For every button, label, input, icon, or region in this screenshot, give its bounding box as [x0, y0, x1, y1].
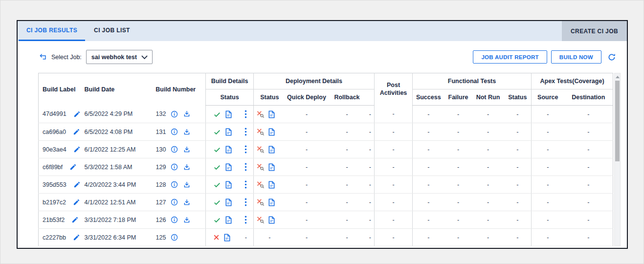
- build-info-icon[interactable]: [171, 181, 178, 188]
- build-log-icon[interactable]: [225, 110, 232, 118]
- tests-status-cell: -: [504, 211, 532, 229]
- tests-failure-cell: -: [444, 211, 472, 229]
- build-number-cell: 130: [146, 141, 206, 158]
- build-number: 127: [156, 199, 166, 206]
- col-not-run: Not Run: [472, 89, 504, 106]
- build-actions-menu-icon[interactable]: [244, 145, 247, 154]
- deploy-status-cell: [254, 194, 286, 211]
- edit-label-icon[interactable]: [71, 216, 79, 223]
- build-actions-menu-icon[interactable]: [244, 198, 247, 206]
- tests-failure-cell: -: [444, 229, 472, 246]
- deploy-log-icon[interactable]: [268, 198, 275, 206]
- edit-label-icon[interactable]: [73, 146, 81, 153]
- deploy-validate-failed-icon: [256, 216, 265, 224]
- col-quick-deploy: Quick Deploy: [286, 89, 328, 106]
- build-row: ca696a06/5/2022 4:08 PM131----------: [39, 123, 613, 141]
- results-table-zone: Build Label Build Date Build Number Buil…: [38, 73, 627, 246]
- download-build-icon[interactable]: [183, 146, 191, 154]
- download-build-icon[interactable]: [183, 163, 191, 171]
- colgroup-apex-tests: Apex Tests(Coverage): [532, 73, 613, 89]
- download-build-icon[interactable]: [183, 110, 191, 118]
- build-info-icon[interactable]: [171, 163, 178, 171]
- tests-failure-cell: -: [444, 123, 472, 141]
- build-info-icon[interactable]: [171, 128, 178, 135]
- build-row: 21b53f23/31/2022 7:18 PM126----------: [39, 211, 613, 229]
- edit-label-icon[interactable]: [73, 234, 80, 241]
- build-actions-menu-icon[interactable]: [244, 163, 247, 171]
- tests-not-run-cell: -: [472, 123, 504, 141]
- job-select[interactable]: sai webhok test: [86, 50, 153, 64]
- deploy-log-icon[interactable]: [268, 163, 275, 171]
- build-log-icon[interactable]: [225, 146, 232, 154]
- build-date-cell: 3/31/2022 7:18 PM: [82, 211, 146, 229]
- deploy-validate-failed-icon: [256, 163, 265, 171]
- build-status-cell: [206, 158, 254, 176]
- scroll-up-icon[interactable]: [616, 76, 620, 78]
- build-info-icon[interactable]: [171, 216, 178, 223]
- edit-label-icon[interactable]: [73, 198, 80, 206]
- build-row: c6f89bf5/3/2022 1:58 AM129----------: [39, 158, 613, 176]
- post-activities-cell: -: [375, 194, 413, 211]
- col-build-label: Build Label: [39, 73, 82, 106]
- deploy-action-cell: -: [366, 194, 375, 211]
- build-log-icon[interactable]: [224, 234, 230, 242]
- build-info-icon[interactable]: [171, 234, 178, 241]
- download-build-icon[interactable]: [183, 198, 191, 206]
- build-number-cell: 126: [146, 211, 206, 229]
- build-info-icon[interactable]: [171, 198, 178, 206]
- build-actions-menu-icon[interactable]: [244, 110, 247, 118]
- download-build-icon[interactable]: [183, 181, 191, 189]
- build-log-icon[interactable]: [225, 128, 232, 136]
- download-build-icon[interactable]: [183, 128, 191, 136]
- tests-failure-cell: -: [444, 158, 472, 176]
- deploy-log-icon[interactable]: [268, 181, 275, 189]
- quick-deploy-cell: -: [286, 141, 328, 158]
- build-actions-menu-icon[interactable]: [244, 128, 247, 136]
- scrollbar-thumb[interactable]: [615, 81, 620, 161]
- apex-source-cell: -: [532, 194, 564, 211]
- edit-label-icon[interactable]: [73, 110, 81, 118]
- deploy-log-icon[interactable]: [268, 146, 275, 154]
- build-log-icon[interactable]: [225, 216, 232, 224]
- build-log-icon[interactable]: [225, 163, 232, 171]
- build-label: c6f89bf: [43, 164, 63, 171]
- edit-label-icon[interactable]: [73, 128, 80, 135]
- deploy-log-icon[interactable]: [268, 216, 275, 224]
- build-actions-menu-icon[interactable]: [244, 180, 247, 189]
- refresh-icon[interactable]: [607, 53, 616, 62]
- rollback-cell: -: [328, 194, 366, 211]
- edit-label-icon[interactable]: [73, 181, 81, 188]
- create-ci-job-button[interactable]: CREATE CI JOB: [562, 21, 627, 41]
- results-table-body: 47d49916/5/2022 4:29 PM132----------ca69…: [39, 106, 613, 246]
- col-failure: Failure: [444, 89, 472, 106]
- deploy-log-icon[interactable]: [268, 110, 275, 118]
- edit-label-icon[interactable]: [69, 163, 77, 171]
- download-build-icon[interactable]: [183, 216, 191, 224]
- col-build-number: Build Number: [146, 73, 206, 106]
- build-log-icon[interactable]: [225, 198, 232, 206]
- build-date-cell: 3/31/2022 6:34 PM: [82, 229, 146, 246]
- job-audit-report-button[interactable]: JOB AUDIT REPORT: [473, 50, 547, 64]
- build-number-cell: 132: [146, 106, 206, 123]
- apex-source-cell: -: [532, 229, 564, 246]
- ci-results-table: Build Label Build Date Build Number Buil…: [38, 73, 613, 246]
- tests-status-cell: -: [504, 123, 532, 141]
- tests-success-cell: -: [413, 229, 444, 246]
- col-deploy-status: Status: [254, 89, 286, 106]
- col-success: Success: [413, 89, 444, 106]
- build-info-icon[interactable]: [171, 146, 178, 153]
- build-actions-menu-icon[interactable]: [244, 216, 247, 224]
- build-log-icon[interactable]: [225, 181, 232, 189]
- build-status-cell: [206, 106, 254, 123]
- tab-ci-job-list[interactable]: CI JOB LIST: [86, 21, 138, 41]
- col-rollback: Rollback: [328, 89, 366, 106]
- build-date-cell: 5/3/2022 1:58 AM: [82, 158, 146, 176]
- col-source: Source: [532, 89, 564, 106]
- tab-ci-job-results[interactable]: CI JOB RESULTS: [19, 21, 85, 41]
- build-now-button[interactable]: BUILD NOW: [551, 50, 601, 64]
- vertical-scrollbar[interactable]: [614, 73, 621, 246]
- apex-source-cell: -: [532, 123, 564, 141]
- return-icon[interactable]: [39, 53, 47, 61]
- build-info-icon[interactable]: [171, 110, 178, 118]
- deploy-log-icon[interactable]: [268, 128, 275, 136]
